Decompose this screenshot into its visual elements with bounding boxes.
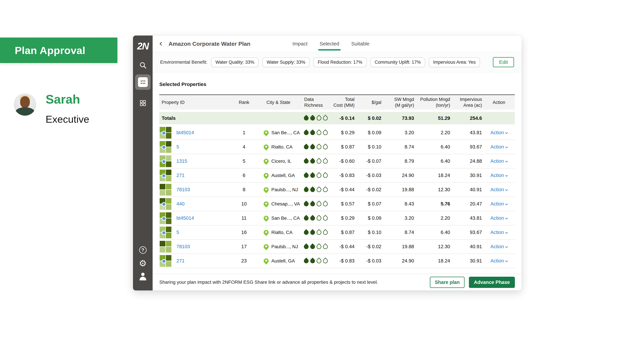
action-dropdown[interactable]: Action xyxy=(490,215,508,221)
per-gal-value: -$ 0.02 xyxy=(356,244,382,249)
per-gal-value: $ 0.07 xyxy=(356,201,382,207)
totals-pollution: 51.29 xyxy=(415,115,451,121)
total-cost-value: $ 0.29 xyxy=(329,130,356,135)
droplet-filled-icon xyxy=(309,129,316,136)
advance-phase-button[interactable]: Advance Phase xyxy=(469,277,515,288)
impervious-area-value: 93.67 xyxy=(451,230,483,235)
chevron-down-icon xyxy=(505,174,508,177)
property-id-link[interactable]: 78103 xyxy=(176,244,190,249)
persona-name: Sarah xyxy=(46,93,89,106)
chevron-down-icon xyxy=(505,188,508,191)
action-dropdown[interactable]: Action xyxy=(490,258,508,264)
grid-apps-icon[interactable] xyxy=(139,99,147,107)
settings-gear-icon[interactable]: ⚙ xyxy=(139,259,147,268)
property-id-link[interactable]: 5 xyxy=(176,230,179,235)
column-header: SW Mngd (M gal/yr) xyxy=(382,96,415,108)
droplet-empty-icon xyxy=(322,115,329,121)
sw-mngd-value: 8.74 xyxy=(382,230,415,235)
city-state-value: Austell, GA xyxy=(271,173,295,178)
action-dropdown[interactable]: Action xyxy=(490,130,508,135)
action-dropdown[interactable]: Action xyxy=(490,173,508,178)
tab-suitable[interactable]: Suitable xyxy=(351,35,369,52)
impervious-area-value: 30.91 xyxy=(451,173,483,178)
chevron-down-icon xyxy=(505,146,508,148)
account-person-icon[interactable] xyxy=(139,273,147,280)
help-icon[interactable]: ? xyxy=(139,246,147,254)
property-id-link[interactable]: 5 xyxy=(176,144,179,150)
droplet-empty-icon xyxy=(322,258,329,264)
footer-text: Sharing your plan impact with 2NFORM ESG… xyxy=(159,280,378,285)
property-thumbnail xyxy=(160,227,172,238)
property-thumbnail xyxy=(160,255,172,267)
action-dropdown[interactable]: Action xyxy=(490,158,508,164)
per-gal-value: -$ 0.02 xyxy=(356,187,382,192)
impervious-area-value: 93.67 xyxy=(451,144,483,150)
property-id-link[interactable]: bt45014 xyxy=(176,130,194,135)
city-state-value: Cicero, IL xyxy=(271,159,292,164)
map-pin-icon xyxy=(263,158,270,165)
map-dot-icon xyxy=(162,159,166,164)
impervious-area-value: 30.91 xyxy=(451,258,483,264)
property-thumbnail xyxy=(160,170,172,181)
pollution-mngd-value: 6.40 xyxy=(415,144,451,150)
table-row: 5 16 Rialto, CA $ 0.87 $ 0.10 8.74 6.40 … xyxy=(159,225,515,240)
total-cost-value: -$ 0.83 xyxy=(329,173,356,178)
table-body: bt45014 1 San Be..., CA $ 0.29 $ 0.09 3.… xyxy=(159,124,515,268)
tab-impact[interactable]: Impact xyxy=(292,35,308,52)
impervious-area-value: 40.91 xyxy=(451,244,483,249)
map-pin-icon xyxy=(263,215,270,222)
action-dropdown[interactable]: Action xyxy=(490,244,508,249)
total-cost-value: $ 0.87 xyxy=(329,230,356,235)
app-main: Amazon Corporate Water Plan ImpactSelect… xyxy=(152,35,522,291)
chevron-down-icon xyxy=(505,217,508,220)
property-thumbnail xyxy=(160,141,172,153)
search-icon[interactable] xyxy=(139,61,147,69)
sw-mngd-value: 8.43 xyxy=(382,201,415,207)
per-gal-value: $ 0.10 xyxy=(356,230,382,235)
action-dropdown[interactable]: Action xyxy=(490,201,508,206)
property-id-link[interactable]: 1315 xyxy=(176,158,187,164)
pollution-mngd-value: 2.20 xyxy=(415,215,451,221)
pollution-mngd-value: 18.24 xyxy=(415,258,451,264)
droplet-filled-icon xyxy=(309,158,316,165)
tab-selected[interactable]: Selected xyxy=(320,35,339,52)
property-thumbnail xyxy=(160,127,172,139)
pollution-mngd-value: 12.30 xyxy=(415,187,451,192)
property-id-link[interactable]: 271 xyxy=(176,173,184,178)
total-cost-value: -$ 0.44 xyxy=(329,244,356,249)
per-gal-value: $ 0.09 xyxy=(356,215,382,221)
tab-bar: ImpactSelectedSuitable xyxy=(292,35,370,52)
impervious-area-value: 40.91 xyxy=(451,187,483,192)
property-id-link[interactable]: 440 xyxy=(176,201,184,207)
property-id-link[interactable]: 78103 xyxy=(176,187,190,192)
data-richness-indicator xyxy=(302,145,329,149)
droplet-filled-icon xyxy=(303,115,310,121)
total-cost-value: $ 0.29 xyxy=(329,215,356,221)
column-header: Data Richness xyxy=(302,96,329,108)
plan-title: Amazon Corporate Water Plan xyxy=(168,40,250,47)
data-richness-indicator xyxy=(302,159,329,164)
property-id-link[interactable]: bt45014 xyxy=(176,215,194,221)
action-dropdown[interactable]: Action xyxy=(490,187,508,192)
data-richness-indicator xyxy=(302,202,329,206)
sidebar-item-plans-active[interactable] xyxy=(135,74,150,90)
total-cost-value: $ 0.57 xyxy=(329,201,356,207)
droplet-empty-icon xyxy=(316,115,322,121)
sw-mngd-value: 24.90 xyxy=(382,173,415,178)
action-dropdown[interactable]: Action xyxy=(490,144,508,149)
chevron-down-icon xyxy=(505,231,508,234)
droplet-empty-icon xyxy=(322,215,329,222)
table-row: 78103 17 Paulsb..., NJ -$ 0.44 -$ 0.02 1… xyxy=(159,240,515,254)
pollution-mngd-value: 18.24 xyxy=(415,173,451,178)
table-header-row: Property IDRankCity & StateData Richness… xyxy=(159,94,515,110)
impervious-area-value: 43.81 xyxy=(451,130,483,135)
action-dropdown[interactable]: Action xyxy=(490,230,508,235)
share-plan-button[interactable]: Share plan xyxy=(430,277,464,288)
property-id-link[interactable]: 271 xyxy=(176,258,184,264)
map-dot-icon xyxy=(162,231,166,235)
droplet-filled-icon xyxy=(309,172,316,179)
edit-button[interactable]: Edit xyxy=(493,57,514,67)
content-area: Selected Properties Property IDRankCity … xyxy=(152,72,522,274)
back-button[interactable] xyxy=(160,42,163,45)
rank-value: 8 xyxy=(233,187,255,192)
